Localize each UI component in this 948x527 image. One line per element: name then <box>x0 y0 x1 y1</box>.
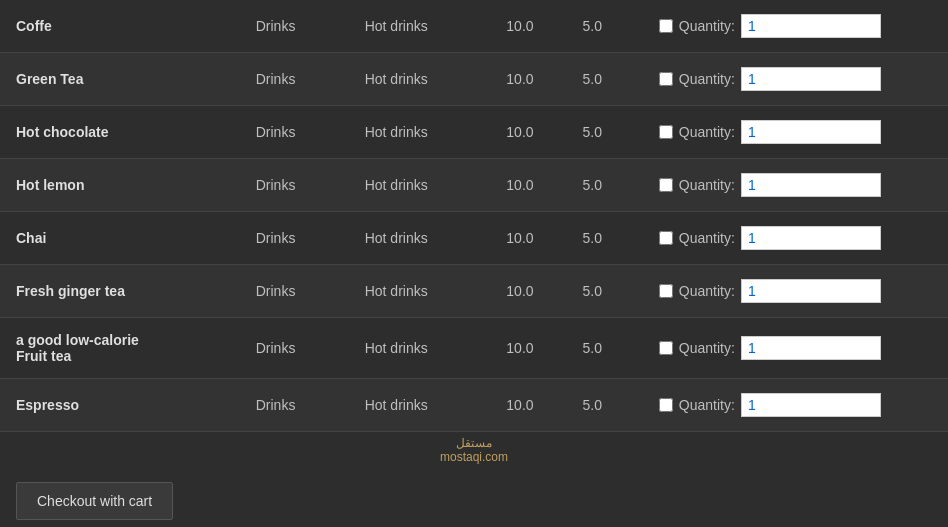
quantity-checkbox[interactable] <box>659 125 673 139</box>
watermark: مستقل mostaqi.com <box>0 432 948 468</box>
quantity-cell: Quantity: <box>643 379 948 432</box>
quantity-cell: Quantity: <box>643 0 948 53</box>
table-row: CoffeDrinksHot drinks10.05.0Quantity: <box>0 0 948 53</box>
category: Drinks <box>240 0 349 53</box>
quantity-cell: Quantity: <box>643 212 948 265</box>
price2: 5.0 <box>567 0 643 53</box>
quantity-input[interactable] <box>741 173 881 197</box>
watermark-arabic: مستقل <box>4 436 944 450</box>
subcategory: Hot drinks <box>349 265 491 318</box>
price1: 10.0 <box>490 0 566 53</box>
quantity-input[interactable] <box>741 279 881 303</box>
category: Drinks <box>240 159 349 212</box>
quantity-checkbox[interactable] <box>659 231 673 245</box>
quantity-cell: Quantity: <box>643 265 948 318</box>
table-row: Hot chocolateDrinksHot drinks10.05.0Quan… <box>0 106 948 159</box>
product-name: Green Tea <box>0 53 240 106</box>
subcategory: Hot drinks <box>349 212 491 265</box>
product-name: Fresh ginger tea <box>0 265 240 318</box>
quantity-input[interactable] <box>741 120 881 144</box>
table-row: ChaiDrinksHot drinks10.05.0Quantity: <box>0 212 948 265</box>
price2: 5.0 <box>567 159 643 212</box>
quantity-label: Quantity: <box>679 397 735 413</box>
category: Drinks <box>240 212 349 265</box>
quantity-cell: Quantity: <box>643 53 948 106</box>
subcategory: Hot drinks <box>349 106 491 159</box>
subcategory: Hot drinks <box>349 159 491 212</box>
table-row: Hot lemonDrinksHot drinks10.05.0Quantity… <box>0 159 948 212</box>
category: Drinks <box>240 265 349 318</box>
price1: 10.0 <box>490 106 566 159</box>
quantity-label: Quantity: <box>679 71 735 87</box>
quantity-checkbox[interactable] <box>659 341 673 355</box>
category: Drinks <box>240 106 349 159</box>
table-row: EspressoDrinksHot drinks10.05.0Quantity: <box>0 379 948 432</box>
price1: 10.0 <box>490 53 566 106</box>
checkout-button[interactable]: Checkout with cart <box>16 482 173 520</box>
category: Drinks <box>240 53 349 106</box>
product-table-container: CoffeDrinksHot drinks10.05.0Quantity:Gre… <box>0 0 948 432</box>
price2: 5.0 <box>567 106 643 159</box>
table-row: Green TeaDrinksHot drinks10.05.0Quantity… <box>0 53 948 106</box>
quantity-wrapper: Quantity: <box>659 120 932 144</box>
subcategory: Hot drinks <box>349 379 491 432</box>
quantity-checkbox[interactable] <box>659 72 673 86</box>
quantity-input[interactable] <box>741 67 881 91</box>
price2: 5.0 <box>567 265 643 318</box>
product-name: Coffe <box>0 0 240 53</box>
product-name: Chai <box>0 212 240 265</box>
quantity-wrapper: Quantity: <box>659 226 932 250</box>
quantity-label: Quantity: <box>679 340 735 356</box>
subcategory: Hot drinks <box>349 318 491 379</box>
quantity-wrapper: Quantity: <box>659 336 932 360</box>
quantity-wrapper: Quantity: <box>659 67 932 91</box>
footer-bar: Checkout with cart <box>0 468 948 527</box>
quantity-label: Quantity: <box>679 283 735 299</box>
quantity-wrapper: Quantity: <box>659 173 932 197</box>
price2: 5.0 <box>567 318 643 379</box>
price2: 5.0 <box>567 379 643 432</box>
price1: 10.0 <box>490 159 566 212</box>
category: Drinks <box>240 318 349 379</box>
product-table: CoffeDrinksHot drinks10.05.0Quantity:Gre… <box>0 0 948 432</box>
price1: 10.0 <box>490 379 566 432</box>
price1: 10.0 <box>490 318 566 379</box>
quantity-label: Quantity: <box>679 230 735 246</box>
price2: 5.0 <box>567 212 643 265</box>
quantity-label: Quantity: <box>679 124 735 140</box>
price1: 10.0 <box>490 212 566 265</box>
subcategory: Hot drinks <box>349 53 491 106</box>
table-row: a good low-calorieFruit teaDrinksHot dri… <box>0 318 948 379</box>
quantity-input[interactable] <box>741 14 881 38</box>
table-row: Fresh ginger teaDrinksHot drinks10.05.0Q… <box>0 265 948 318</box>
quantity-input[interactable] <box>741 226 881 250</box>
subcategory: Hot drinks <box>349 0 491 53</box>
product-name: Hot lemon <box>0 159 240 212</box>
quantity-input[interactable] <box>741 336 881 360</box>
quantity-label: Quantity: <box>679 177 735 193</box>
quantity-wrapper: Quantity: <box>659 14 932 38</box>
price1: 10.0 <box>490 265 566 318</box>
quantity-label: Quantity: <box>679 18 735 34</box>
quantity-cell: Quantity: <box>643 318 948 379</box>
price2: 5.0 <box>567 53 643 106</box>
quantity-cell: Quantity: <box>643 159 948 212</box>
product-name: Hot chocolate <box>0 106 240 159</box>
quantity-wrapper: Quantity: <box>659 393 932 417</box>
quantity-checkbox[interactable] <box>659 19 673 33</box>
quantity-checkbox[interactable] <box>659 178 673 192</box>
category: Drinks <box>240 379 349 432</box>
quantity-cell: Quantity: <box>643 106 948 159</box>
product-name: Espresso <box>0 379 240 432</box>
quantity-wrapper: Quantity: <box>659 279 932 303</box>
product-name: a good low-calorieFruit tea <box>0 318 240 379</box>
quantity-input[interactable] <box>741 393 881 417</box>
quantity-checkbox[interactable] <box>659 284 673 298</box>
quantity-checkbox[interactable] <box>659 398 673 412</box>
watermark-latin: mostaqi.com <box>4 450 944 464</box>
